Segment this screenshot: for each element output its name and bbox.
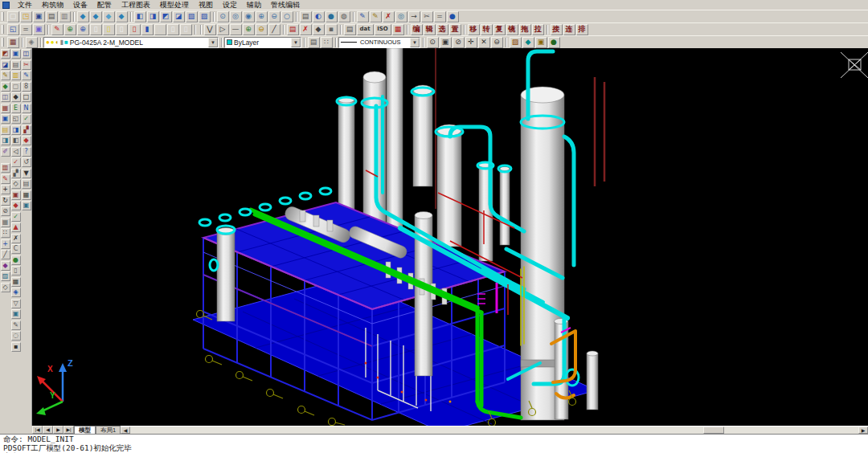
left-tool-c-27-button[interactable]: ◌ (11, 331, 21, 341)
equipment-tool-1-button[interactable]: ▯ (90, 24, 102, 35)
toolbar-grip[interactable] (2, 38, 4, 47)
tab-nav-next-button[interactable]: ▶ (53, 426, 63, 434)
tab-model[interactable]: 模型 (74, 426, 96, 434)
left-tool-b-4-button[interactable]: ↻ (1, 196, 10, 206)
left-tool-b-10-button[interactable]: ◆ (1, 261, 10, 271)
char-move-button[interactable]: 移 (468, 24, 480, 35)
materials-button[interactable]: ◆ (522, 37, 534, 48)
left-tool-b-12-button[interactable]: ◇ (1, 283, 10, 292)
ortho-toggle-button[interactable]: ⊘ (452, 37, 465, 48)
left-tool-c-6-button[interactable]: E (11, 104, 21, 113)
fit-view-button[interactable]: ✕ (478, 37, 490, 48)
zoom-in-button[interactable]: ⊕ (256, 11, 268, 22)
left-tool-a-8-button[interactable]: ▤ (1, 125, 10, 135)
tab-nav-first-button[interactable]: |◀ (32, 426, 43, 434)
left-tool-d-12-button[interactable]: ▼ (22, 169, 31, 178)
left-tool-c-4-button[interactable]: ▢ (11, 82, 21, 92)
pipe-tool-2-button[interactable]: ▷ (217, 24, 229, 35)
tab-nav-prev-button[interactable]: ◀ (43, 426, 53, 434)
left-tool-c-7-button[interactable]: ◱ (11, 114, 21, 124)
char-mirror-button[interactable]: 镜 (506, 24, 518, 35)
char-stretch-button[interactable]: 拉 (532, 24, 544, 35)
left-tool-a-5-button[interactable]: ◫ (1, 92, 10, 102)
left-tool-a-10-button[interactable]: ✐ (1, 147, 10, 157)
spec-book-button[interactable]: ▤ (287, 24, 299, 35)
horizontal-scrollbar[interactable]: ◀ ▶ (121, 426, 868, 434)
left-tool-d-2-button[interactable]: ✂ (22, 60, 31, 70)
menu-item-settings[interactable]: 设定 (218, 0, 242, 10)
left-tool-c-11-button[interactable]: ✓ (11, 157, 21, 167)
zoom-extents-button[interactable]: ○ (281, 11, 293, 22)
equal-button[interactable]: = (20, 24, 32, 35)
menu-item-drawings[interactable]: 工程图表 (117, 0, 155, 10)
menu-item-auxiliary[interactable]: 辅助 (242, 0, 266, 10)
char-edit-button[interactable]: 编 (411, 24, 423, 35)
scroll-left-button[interactable]: ◀ (121, 426, 130, 434)
left-tool-c-17-button[interactable]: ▲ (11, 222, 21, 232)
menu-item-structures[interactable]: 构筑物 (37, 0, 68, 10)
left-tool-c-21-button[interactable]: ▯ (11, 266, 21, 275)
color-select-arrow[interactable]: ▼ (291, 38, 301, 47)
char-connect-button[interactable]: 接 (551, 24, 563, 35)
small-tool-button[interactable]: ▪ (326, 24, 338, 35)
left-tool-d-10-button[interactable]: ? (22, 147, 31, 157)
detail-grid-button[interactable]: ∷ (321, 37, 333, 48)
layer-select-arrow[interactable]: ▼ (208, 38, 218, 47)
left-tool-d-7-button[interactable]: ✓ (22, 114, 31, 124)
left-tool-d-3-button[interactable]: ✎ (22, 71, 31, 80)
plot-button[interactable]: ▤ (46, 11, 58, 22)
zoom-realtime-button[interactable]: ⊙ (217, 11, 229, 22)
left-tool-c-14-button[interactable]: ▣ (11, 190, 21, 200)
open-file-button[interactable]: ◳ (20, 11, 32, 22)
aerial-view-button[interactable]: ◍ (338, 11, 350, 22)
left-tool-a-4-button[interactable]: ◆ (1, 82, 10, 92)
red-grid-button[interactable]: ▦ (392, 24, 404, 35)
left-tool-c-8-button[interactable]: ◨ (11, 125, 21, 135)
left-tool-d-8-button[interactable]: ▞ (22, 125, 31, 135)
left-tool-c-16-button[interactable]: ✓ (11, 212, 21, 222)
view-3d-2-button[interactable]: ◨ (147, 11, 159, 22)
toolbar-grip[interactable] (2, 12, 4, 21)
left-tool-c-20-button[interactable]: ● (11, 255, 21, 265)
left-tool-c-2-button[interactable]: ▤ (11, 60, 21, 70)
zoom-window-button[interactable]: ◎ (230, 11, 242, 22)
menu-item-pipeline-edit[interactable]: 管线编辑 (266, 0, 305, 10)
left-tool-b-7-button[interactable]: ∷ (1, 228, 10, 238)
properties-button[interactable]: ▦ (7, 37, 19, 48)
equipment-tool-4-button[interactable]: ▯ (129, 24, 141, 35)
left-tool-d-9-button[interactable]: ◆ (22, 136, 31, 145)
iso-toggle-button[interactable]: ISO (375, 24, 391, 35)
left-tool-d-6-button[interactable]: N (22, 104, 31, 113)
dat-toggle-button[interactable]: dat (357, 24, 374, 35)
left-tool-c-22-button[interactable]: ▦ (11, 277, 21, 287)
char-place-button[interactable]: 置 (449, 24, 461, 35)
left-tool-b-8-button[interactable]: + (1, 239, 10, 249)
zoom-out-button[interactable]: ⊖ (268, 11, 280, 22)
hide-tool-button[interactable]: ⊖ (491, 37, 503, 48)
view-3d-1-button[interactable]: ◧ (134, 11, 146, 22)
left-tool-b-6-button[interactable]: ▦ (1, 218, 10, 227)
plot-preview-button[interactable]: ▥ (59, 11, 71, 22)
char-rotate-button[interactable]: 转 (481, 24, 493, 35)
render-button[interactable]: ▨ (510, 37, 522, 48)
char-array-button[interactable]: 排 (576, 24, 588, 35)
char-join-button[interactable]: 连 (563, 24, 575, 35)
pipe-tool-3-button[interactable]: — (230, 24, 242, 35)
left-tool-c-1-button[interactable]: ▣ (11, 49, 21, 59)
left-tool-c-19-button[interactable]: C (11, 244, 21, 254)
orbit-button[interactable]: ● (326, 11, 338, 22)
delete-mark-button[interactable]: ✗ (383, 11, 395, 22)
left-tool-a-9-button[interactable]: ◨ (1, 136, 10, 145)
snap-green-button[interactable]: ⊕ (64, 24, 76, 35)
left-tool-c-15-button[interactable]: ◆ (11, 201, 21, 210)
left-tool-d-13-button[interactable]: ▤ (22, 179, 31, 189)
left-tool-a-1-button[interactable]: ◩ (1, 49, 10, 59)
match-properties-button[interactable]: ◈ (26, 37, 38, 48)
left-tool-d-5-button[interactable]: □ (22, 92, 31, 102)
new-file-button[interactable]: ▢ (7, 11, 19, 22)
linetype-manager-button[interactable]: ▤ (308, 37, 320, 48)
view-nw-iso-button[interactable]: ◆ (116, 11, 128, 22)
left-tool-d-1-button[interactable]: ◫ (22, 49, 31, 59)
plot-model-button[interactable]: ▤ (300, 11, 312, 22)
snap-blue-button[interactable]: ⊕ (77, 24, 89, 35)
